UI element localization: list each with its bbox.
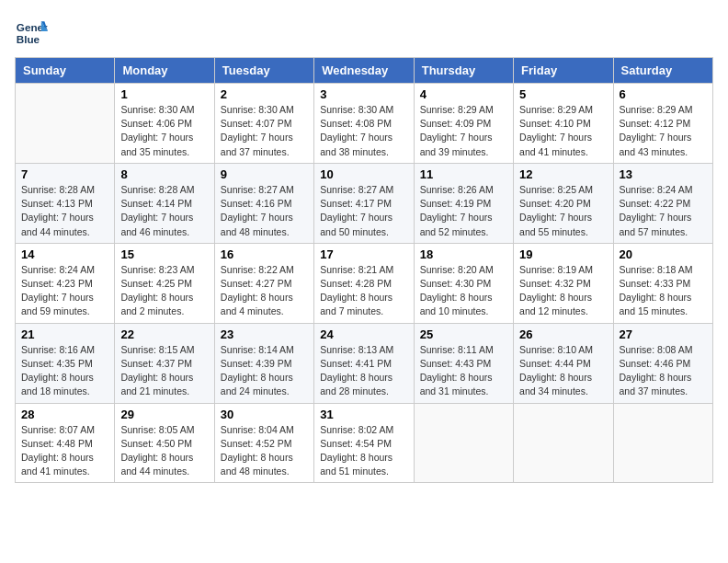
svg-text:Blue: Blue bbox=[17, 33, 40, 45]
day-number: 25 bbox=[420, 327, 507, 341]
calendar-cell: 27Sunrise: 8:08 AMSunset: 4:46 PMDayligh… bbox=[613, 323, 712, 403]
day-number: 6 bbox=[620, 87, 707, 101]
calendar-cell: 5Sunrise: 8:29 AMSunset: 4:10 PMDaylight… bbox=[514, 84, 613, 164]
day-number: 11 bbox=[420, 167, 507, 181]
day-info: Sunrise: 8:29 AMSunset: 4:10 PMDaylight:… bbox=[519, 103, 607, 159]
weekday-header-cell: Sunday bbox=[16, 58, 115, 84]
calendar-cell: 29Sunrise: 8:05 AMSunset: 4:50 PMDayligh… bbox=[115, 403, 214, 483]
weekday-header-cell: Saturday bbox=[613, 58, 712, 84]
day-info: Sunrise: 8:14 AMSunset: 4:39 PMDaylight:… bbox=[221, 343, 308, 399]
day-info: Sunrise: 8:27 AMSunset: 4:16 PMDaylight:… bbox=[221, 183, 308, 239]
calendar-cell: 1Sunrise: 8:30 AMSunset: 4:06 PMDaylight… bbox=[115, 84, 214, 164]
calendar-week-row: 28Sunrise: 8:07 AMSunset: 4:48 PMDayligh… bbox=[16, 403, 713, 483]
calendar-cell: 20Sunrise: 8:18 AMSunset: 4:33 PMDayligh… bbox=[613, 243, 712, 323]
calendar-cell: 21Sunrise: 8:16 AMSunset: 4:35 PMDayligh… bbox=[16, 323, 115, 403]
day-number: 7 bbox=[21, 167, 108, 181]
day-info: Sunrise: 8:05 AMSunset: 4:50 PMDaylight:… bbox=[120, 423, 208, 479]
weekday-header-cell: Thursday bbox=[414, 58, 513, 84]
day-number: 28 bbox=[21, 408, 108, 421]
day-number: 2 bbox=[221, 87, 308, 101]
day-number: 10 bbox=[320, 167, 407, 181]
calendar-cell: 10Sunrise: 8:27 AMSunset: 4:17 PMDayligh… bbox=[314, 163, 414, 243]
day-number: 1 bbox=[120, 87, 208, 101]
calendar-cell: 22Sunrise: 8:15 AMSunset: 4:37 PMDayligh… bbox=[115, 323, 214, 403]
day-info: Sunrise: 8:22 AMSunset: 4:27 PMDaylight:… bbox=[221, 263, 308, 319]
day-number: 12 bbox=[519, 167, 607, 181]
day-info: Sunrise: 8:29 AMSunset: 4:09 PMDaylight:… bbox=[420, 103, 507, 159]
day-info: Sunrise: 8:24 AMSunset: 4:22 PMDaylight:… bbox=[620, 183, 707, 239]
calendar-cell: 6Sunrise: 8:29 AMSunset: 4:12 PMDaylight… bbox=[613, 84, 712, 164]
day-info: Sunrise: 8:13 AMSunset: 4:41 PMDaylight:… bbox=[320, 343, 407, 399]
day-number: 5 bbox=[519, 87, 607, 101]
calendar-cell: 24Sunrise: 8:13 AMSunset: 4:41 PMDayligh… bbox=[314, 323, 414, 403]
calendar-cell bbox=[613, 403, 712, 483]
calendar-cell: 3Sunrise: 8:30 AMSunset: 4:08 PMDaylight… bbox=[314, 84, 414, 164]
calendar-cell: 19Sunrise: 8:19 AMSunset: 4:32 PMDayligh… bbox=[514, 243, 613, 323]
day-info: Sunrise: 8:11 AMSunset: 4:43 PMDaylight:… bbox=[420, 343, 507, 399]
calendar-cell: 17Sunrise: 8:21 AMSunset: 4:28 PMDayligh… bbox=[314, 243, 414, 323]
day-info: Sunrise: 8:07 AMSunset: 4:48 PMDaylight:… bbox=[21, 423, 108, 479]
calendar-week-row: 7Sunrise: 8:28 AMSunset: 4:13 PMDaylight… bbox=[16, 163, 713, 243]
logo-icon: General Blue bbox=[15, 15, 48, 48]
day-number: 27 bbox=[620, 327, 707, 341]
day-number: 8 bbox=[120, 167, 208, 181]
day-number: 19 bbox=[519, 247, 607, 261]
day-number: 14 bbox=[21, 247, 108, 261]
day-info: Sunrise: 8:28 AMSunset: 4:14 PMDaylight:… bbox=[120, 183, 208, 239]
day-info: Sunrise: 8:16 AMSunset: 4:35 PMDaylight:… bbox=[21, 343, 108, 399]
calendar-cell: 14Sunrise: 8:24 AMSunset: 4:23 PMDayligh… bbox=[16, 243, 115, 323]
day-number: 24 bbox=[320, 327, 407, 341]
calendar-cell: 26Sunrise: 8:10 AMSunset: 4:44 PMDayligh… bbox=[514, 323, 613, 403]
day-number: 16 bbox=[221, 247, 308, 261]
day-info: Sunrise: 8:19 AMSunset: 4:32 PMDaylight:… bbox=[519, 263, 607, 319]
day-number: 3 bbox=[320, 87, 407, 101]
day-number: 18 bbox=[420, 247, 507, 261]
day-number: 30 bbox=[221, 408, 308, 421]
calendar-cell: 7Sunrise: 8:28 AMSunset: 4:13 PMDaylight… bbox=[16, 163, 115, 243]
calendar-cell bbox=[514, 403, 613, 483]
calendar-week-row: 1Sunrise: 8:30 AMSunset: 4:06 PMDaylight… bbox=[16, 84, 713, 164]
day-info: Sunrise: 8:25 AMSunset: 4:20 PMDaylight:… bbox=[519, 183, 607, 239]
calendar-cell: 13Sunrise: 8:24 AMSunset: 4:22 PMDayligh… bbox=[613, 163, 712, 243]
day-number: 9 bbox=[221, 167, 308, 181]
day-info: Sunrise: 8:23 AMSunset: 4:25 PMDaylight:… bbox=[120, 263, 208, 319]
page-header: General Blue bbox=[15, 15, 713, 48]
weekday-header-cell: Tuesday bbox=[214, 58, 313, 84]
day-number: 31 bbox=[320, 408, 407, 421]
calendar-week-row: 14Sunrise: 8:24 AMSunset: 4:23 PMDayligh… bbox=[16, 243, 713, 323]
weekday-header-cell: Monday bbox=[115, 58, 214, 84]
day-info: Sunrise: 8:30 AMSunset: 4:07 PMDaylight:… bbox=[221, 103, 308, 159]
calendar-cell: 15Sunrise: 8:23 AMSunset: 4:25 PMDayligh… bbox=[115, 243, 214, 323]
calendar-table: SundayMondayTuesdayWednesdayThursdayFrid… bbox=[15, 57, 713, 483]
calendar-cell bbox=[16, 84, 115, 164]
day-number: 23 bbox=[221, 327, 308, 341]
day-number: 21 bbox=[21, 327, 108, 341]
day-number: 13 bbox=[620, 167, 707, 181]
calendar-cell: 4Sunrise: 8:29 AMSunset: 4:09 PMDaylight… bbox=[414, 84, 513, 164]
day-info: Sunrise: 8:28 AMSunset: 4:13 PMDaylight:… bbox=[21, 183, 108, 239]
calendar-cell bbox=[414, 403, 513, 483]
calendar-cell: 8Sunrise: 8:28 AMSunset: 4:14 PMDaylight… bbox=[115, 163, 214, 243]
weekday-header-cell: Wednesday bbox=[314, 58, 414, 84]
calendar-cell: 30Sunrise: 8:04 AMSunset: 4:52 PMDayligh… bbox=[214, 403, 313, 483]
day-number: 22 bbox=[120, 327, 208, 341]
day-number: 4 bbox=[420, 87, 507, 101]
calendar-cell: 2Sunrise: 8:30 AMSunset: 4:07 PMDaylight… bbox=[214, 84, 313, 164]
day-number: 17 bbox=[320, 247, 407, 261]
weekday-header-row: SundayMondayTuesdayWednesdayThursdayFrid… bbox=[16, 58, 713, 84]
day-info: Sunrise: 8:24 AMSunset: 4:23 PMDaylight:… bbox=[21, 263, 108, 319]
day-info: Sunrise: 8:21 AMSunset: 4:28 PMDaylight:… bbox=[320, 263, 407, 319]
day-number: 20 bbox=[620, 247, 707, 261]
day-info: Sunrise: 8:15 AMSunset: 4:37 PMDaylight:… bbox=[120, 343, 208, 399]
calendar-cell: 18Sunrise: 8:20 AMSunset: 4:30 PMDayligh… bbox=[414, 243, 513, 323]
day-info: Sunrise: 8:20 AMSunset: 4:30 PMDaylight:… bbox=[420, 263, 507, 319]
calendar-cell: 23Sunrise: 8:14 AMSunset: 4:39 PMDayligh… bbox=[214, 323, 313, 403]
weekday-header-cell: Friday bbox=[514, 58, 613, 84]
day-info: Sunrise: 8:30 AMSunset: 4:08 PMDaylight:… bbox=[320, 103, 407, 159]
day-info: Sunrise: 8:30 AMSunset: 4:06 PMDaylight:… bbox=[120, 103, 208, 159]
day-info: Sunrise: 8:29 AMSunset: 4:12 PMDaylight:… bbox=[620, 103, 707, 159]
calendar-cell: 31Sunrise: 8:02 AMSunset: 4:54 PMDayligh… bbox=[314, 403, 414, 483]
day-number: 26 bbox=[519, 327, 607, 341]
day-info: Sunrise: 8:26 AMSunset: 4:19 PMDaylight:… bbox=[420, 183, 507, 239]
day-info: Sunrise: 8:10 AMSunset: 4:44 PMDaylight:… bbox=[519, 343, 607, 399]
